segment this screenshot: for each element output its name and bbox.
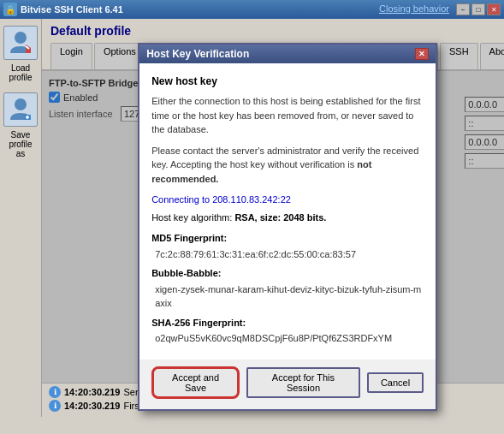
- modal-algo-value: RSA, size: 2048 bits.: [234, 212, 326, 223]
- sidebar: Load profile Save profile as: [0, 19, 42, 417]
- accept-session-button[interactable]: Accept for This Session: [246, 367, 360, 398]
- modal-close-button[interactable]: ✕: [415, 48, 429, 60]
- modal-connecting-line: Connecting to 208.110.83.242:22: [151, 193, 424, 207]
- tab-login[interactable]: Login: [50, 43, 92, 69]
- svg-point-0: [15, 32, 27, 44]
- modal-sha-value: o2qwPuS5vK60vc9qM8DSCpjF6u8P/PtQf6ZS3RDF…: [151, 331, 424, 346]
- sidebar-item-load-profile[interactable]: Load profile: [3, 26, 38, 82]
- app-icon: 🔒: [3, 3, 17, 16]
- main-content: Load profile Save profile as Default pro…: [0, 19, 504, 417]
- tab-content-services: FTP-to-SFTP Bridge Enabled Listen interf…: [42, 71, 504, 383]
- modal-algo-line: Host key algorithm: RSA, size: 2048 bits…: [151, 211, 424, 225]
- minimize-button[interactable]: −: [456, 3, 470, 15]
- modal-description-2: Please contact the server's administrato…: [151, 144, 424, 187]
- modal-body: New host key Either the connection to th…: [139, 63, 436, 360]
- load-profile-label: Load profile: [3, 63, 38, 82]
- load-profile-icon: [3, 26, 38, 60]
- save-profile-label: Save profile as: [3, 130, 38, 158]
- status-time-1: 14:20:30.219: [64, 387, 120, 397]
- modal-bubble-label: Bubble-Babble:: [151, 266, 424, 281]
- modal-sha-label: SHA-256 Fingerprint:: [151, 316, 424, 330]
- close-button[interactable]: ✕: [487, 3, 501, 15]
- modal-section-title: New host key: [151, 74, 424, 89]
- status-icon-1: ℹ: [49, 386, 61, 398]
- modal-buttons: Accept and Save Accept for This Session …: [139, 360, 436, 409]
- modal-description-1: Either the connection to this host is be…: [151, 94, 424, 137]
- modal-algo-label: Host key algorithm:: [151, 212, 232, 223]
- accept-save-button[interactable]: Accept and Save: [151, 366, 240, 399]
- title-bar-controls: Closing behavior − □ ✕: [379, 3, 501, 15]
- title-bar: 🔒 Bitvise SSH Client 6.41 Closing behavi…: [0, 0, 504, 19]
- profile-area: Default profile Login Options Terminal R…: [42, 19, 504, 417]
- modal-overlay: Host Key Verification ✕ New host key Eit…: [42, 71, 504, 383]
- modal-md5-label: MD5 Fingerprint:: [151, 231, 424, 246]
- modal-connecting-label: Connecting to: [151, 194, 210, 205]
- app-title: Bitvise SSH Client 6.41: [21, 4, 123, 15]
- modal-md5-value: 7c:2c:88:79:61:3c:31:ea:6f:c2:dc:55:00:c…: [151, 247, 424, 262]
- modal-title: Host Key Verification: [146, 48, 249, 60]
- modal-description-2-text: Please contact the server's administrato…: [151, 146, 418, 170]
- menu-closing-behavior[interactable]: Closing behavior: [379, 3, 449, 15]
- sidebar-item-save-profile[interactable]: Save profile as: [3, 92, 38, 158]
- modal-connecting-host: 208.110.83.242:22: [212, 194, 291, 205]
- cancel-button[interactable]: Cancel: [367, 372, 424, 393]
- save-profile-icon: [3, 92, 38, 127]
- modal-title-bar: Host Key Verification ✕: [139, 45, 436, 63]
- svg-point-1: [15, 98, 27, 110]
- tab-about[interactable]: About: [480, 43, 504, 69]
- maximize-button[interactable]: □: [471, 3, 485, 15]
- status-time-2: 14:20:30.219: [64, 401, 120, 411]
- host-key-verification-modal: Host Key Verification ✕ New host key Eit…: [138, 43, 437, 411]
- modal-bubble-value: xigen-zysek-munar-karam-kihut-deviz-kity…: [151, 282, 424, 311]
- tab-ssh[interactable]: SSH: [440, 43, 478, 69]
- status-icon-2: ℹ: [49, 400, 61, 412]
- title-bar-left: 🔒 Bitvise SSH Client 6.41: [3, 3, 123, 16]
- profile-title: Default profile: [42, 19, 504, 41]
